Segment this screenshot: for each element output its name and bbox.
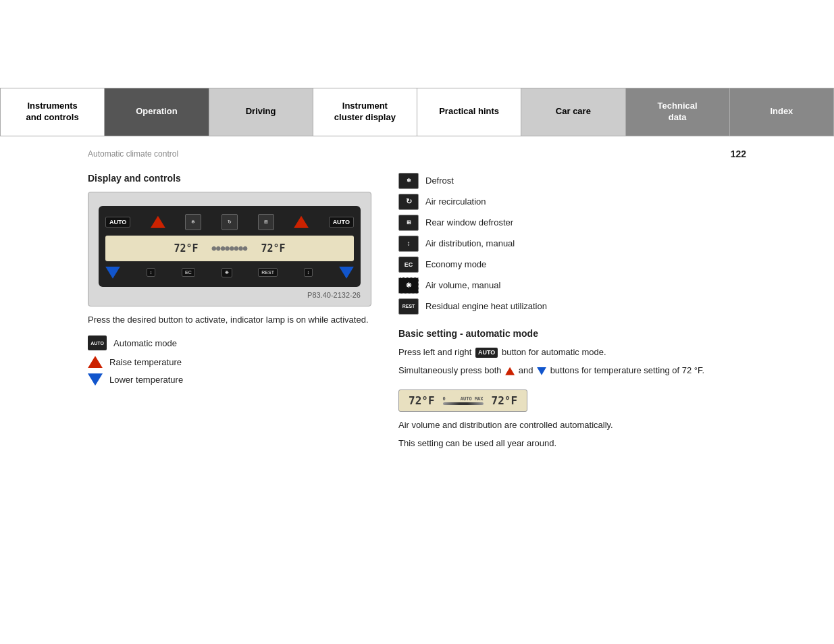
control-rear-defroster: ⊞ Rear window defroster <box>398 215 746 231</box>
nav-item-cluster[interactable]: Instrument cluster display <box>313 88 417 136</box>
temp-up-left[interactable] <box>151 216 165 228</box>
economy-ctrl-icon: EC <box>398 257 419 273</box>
nav-item-practical[interactable]: Practical hints <box>417 88 521 136</box>
nav-item-index[interactable]: Index <box>730 88 833 136</box>
recirc-icon-panel[interactable]: ↻ <box>221 214 238 230</box>
auto-label: Automatic mode <box>113 338 177 348</box>
nav-item-driving[interactable]: Driving <box>209 88 313 136</box>
air-dist-ctrl-icon: ↕ <box>398 236 419 252</box>
main-content: Display and controls AUTO ❄ ↻ ⊞ AUTO 72°… <box>0 166 834 469</box>
temp-bar <box>443 402 484 405</box>
right-column: ❄ Defrost ↻ Air recirculation ⊞ Rear win… <box>398 173 746 456</box>
auto-btn-right[interactable]: AUTO <box>329 217 354 227</box>
rear-defroster-label: Rear window defroster <box>425 217 513 227</box>
temp-right: 72°F <box>492 394 518 407</box>
nav-item-carcare[interactable]: Car care <box>521 88 625 136</box>
panel-display: 72°F ●●●●●●●● 72°F <box>105 236 354 261</box>
temp-down-right[interactable] <box>339 267 354 279</box>
control-air-volume: ❋ Air volume, manual <box>398 277 746 294</box>
controls-list: ❄ Defrost ↻ Air recirculation ⊞ Rear win… <box>398 173 746 315</box>
auto-icon: AUTO <box>88 336 107 350</box>
section-title: Display and controls <box>88 173 371 184</box>
economy-label: Economy mode <box>425 259 486 269</box>
control-rest: REST Residual engine heat utilization <box>398 298 746 315</box>
page-header: Automatic climate control 122 <box>0 142 834 166</box>
defrost-icon-panel[interactable]: ❄ <box>185 214 201 230</box>
dist2-btn[interactable]: ↕ <box>304 268 313 277</box>
down-inline-icon <box>537 367 546 375</box>
control-recirc: ↻ Air recirculation <box>398 194 746 210</box>
basic-setting-title: Basic setting - automatic mode <box>398 328 746 339</box>
lower-temp-icon <box>88 373 103 385</box>
rear-defroster-ctrl-icon: ⊞ <box>398 215 419 231</box>
air-dist-label: Air distribution, manual <box>425 238 515 248</box>
raise-temp-label: Raise temperature <box>109 357 182 367</box>
climate-panel-image: AUTO ❄ ↻ ⊞ AUTO 72°F ●●●●●●●● 72°F <box>88 192 371 306</box>
air-vol-ctrl-icon: ❋ <box>398 277 419 294</box>
rest-ctrl-icon: REST <box>398 298 419 315</box>
para1: Press left and right AUTO button for aut… <box>398 346 746 359</box>
nav-item-technical[interactable]: Technical data <box>626 88 730 136</box>
temp-middle: 0 AUTO MAX <box>443 396 484 405</box>
breadcrumb: Automatic climate control <box>88 149 178 159</box>
icon-row-up: Raise temperature <box>88 356 371 368</box>
fan-btn[interactable]: ❋ <box>221 268 232 277</box>
dist-btn[interactable]: ↕ <box>147 268 156 277</box>
recirc-ctrl-icon: ↻ <box>398 194 419 210</box>
defrost-ctrl-icon: ❄ <box>398 173 419 189</box>
figure-caption: P83.40-2132-26 <box>99 291 361 299</box>
nav-item-instruments[interactable]: Instruments and controls <box>1 88 105 136</box>
up-inline-icon <box>505 367 515 375</box>
panel-description: Press the desired button to activate, in… <box>88 313 371 327</box>
control-air-dist: ↕ Air distribution, manual <box>398 236 746 252</box>
rest-btn[interactable]: REST <box>258 268 278 277</box>
nav-item-operation[interactable]: Operation <box>105 88 209 136</box>
control-defrost: ❄ Defrost <box>398 173 746 189</box>
para4: This setting can be used all year around… <box>398 437 746 450</box>
temp-display: 72°F 0 AUTO MAX 72°F <box>398 390 527 412</box>
icons-list: AUTO Automatic mode Raise temperature Lo… <box>88 336 371 385</box>
left-column: Display and controls AUTO ❄ ↻ ⊞ AUTO 72°… <box>88 173 371 456</box>
para3: Air volume and distribution are controll… <box>398 419 746 432</box>
panel-top-row: AUTO ❄ ↻ ⊞ AUTO <box>105 214 354 230</box>
raise-temp-icon <box>88 356 103 368</box>
temp-up-right[interactable] <box>294 216 309 228</box>
rear-defroster-panel[interactable]: ⊞ <box>258 214 274 230</box>
control-economy: EC Economy mode <box>398 257 746 273</box>
panel-bottom-row: ↕ EC ❋ REST ↕ <box>105 267 354 279</box>
lower-temp-label: Lower temperature <box>109 375 183 385</box>
icon-row-down: Lower temperature <box>88 373 371 385</box>
defrost-label: Defrost <box>425 176 454 186</box>
icon-row-auto: AUTO Automatic mode <box>88 336 371 350</box>
auto-inline-icon: AUTO <box>475 348 498 358</box>
panel-inner: AUTO ❄ ↻ ⊞ AUTO 72°F ●●●●●●●● 72°F <box>99 206 361 287</box>
recirc-label: Air recirculation <box>425 196 486 207</box>
auto-btn-left[interactable]: AUTO <box>105 217 130 227</box>
air-vol-label: Air volume, manual <box>425 280 500 290</box>
ec-btn[interactable]: EC <box>182 268 195 277</box>
page-number: 122 <box>731 149 746 159</box>
temp-left: 72°F <box>409 394 435 407</box>
navigation-bar: Instruments and controls Operation Drivi… <box>0 88 834 136</box>
rest-label: Residual engine heat utilization <box>425 301 547 311</box>
temp-labels: 0 AUTO MAX <box>443 396 484 402</box>
para2: Simultaneously press both and buttons fo… <box>398 364 746 377</box>
temp-down-left[interactable] <box>105 267 120 279</box>
